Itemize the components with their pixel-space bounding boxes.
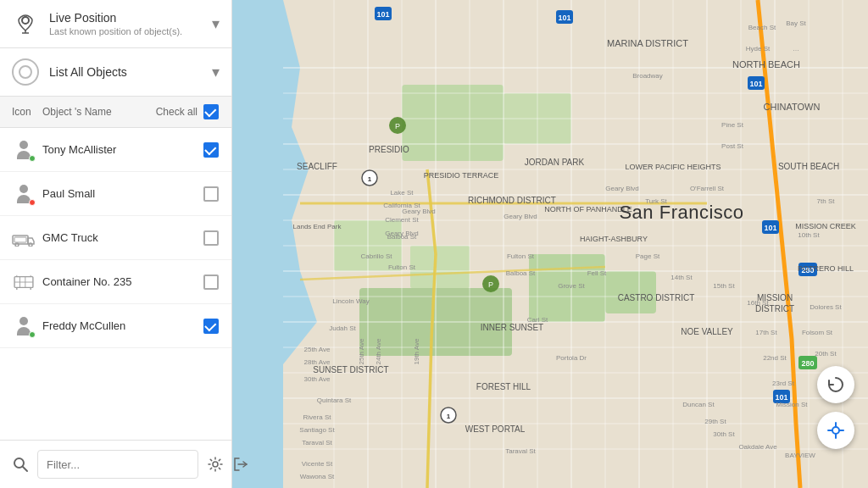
svg-point-164 <box>832 427 839 434</box>
person-icon-freddy <box>12 314 36 338</box>
live-position-text: Live Position Last known position of obj… <box>49 11 212 36</box>
live-position-icon <box>12 10 39 37</box>
svg-text:15th St: 15th St <box>713 282 735 290</box>
svg-text:California St: California St <box>383 202 420 209</box>
person-icon-tony <box>12 138 36 162</box>
checkbox-container-unchecked <box>203 274 219 290</box>
checkbox-paul[interactable] <box>203 186 220 202</box>
svg-point-6 <box>29 243 32 247</box>
svg-text:Vicente St: Vicente St <box>302 460 333 468</box>
search-button[interactable] <box>12 449 29 480</box>
svg-text:Broadway: Broadway <box>632 72 663 80</box>
svg-text:Quintara St: Quintara St <box>317 396 352 404</box>
refresh-icon <box>826 375 845 394</box>
svg-point-5 <box>15 243 19 247</box>
checkall-checked-state <box>203 104 219 119</box>
filter-input[interactable] <box>37 450 198 479</box>
svg-text:RICHMOND DISTRICT: RICHMOND DISTRICT <box>468 196 556 205</box>
svg-text:Dolores St: Dolores St <box>810 303 842 311</box>
truck-icon <box>12 230 36 247</box>
svg-text:Lincoln Way: Lincoln Way <box>332 297 369 305</box>
svg-text:Clement St: Clement St <box>385 216 419 224</box>
obj-name-paul: Paul Small <box>42 187 203 200</box>
svg-text:20th St: 20th St <box>815 350 837 358</box>
svg-text:25th Ave: 25th Ave <box>304 346 331 353</box>
my-location-button[interactable] <box>817 412 854 449</box>
object-row[interactable]: Paul Small <box>0 172 231 216</box>
svg-text:280: 280 <box>801 359 814 368</box>
gear-icon <box>207 456 224 473</box>
map-area[interactable]: 101 101 101 101 101 1 1 280 280 P P MARI… <box>232 0 868 488</box>
svg-line-17 <box>23 467 27 471</box>
th-icon: Icon <box>12 106 42 118</box>
logout-button[interactable] <box>232 449 249 480</box>
obj-name-container: Container No. 235 <box>42 275 203 288</box>
obj-icon-container <box>12 274 42 291</box>
checkbox-truck[interactable] <box>203 230 220 247</box>
list-all-row[interactable]: List All Objects ▾ <box>0 48 231 97</box>
svg-text:SEACLIFF: SEACLIFF <box>297 162 337 171</box>
container-icon <box>12 274 36 291</box>
svg-text:SOUTH BEACH: SOUTH BEACH <box>778 162 839 171</box>
object-row[interactable]: Freddy McCullen <box>0 304 231 348</box>
live-position-header[interactable]: Live Position Last known position of obj… <box>0 0 231 48</box>
object-row[interactable]: GMC Truck <box>0 216 231 260</box>
svg-text:Beach St: Beach St <box>748 24 776 31</box>
object-row[interactable]: Tony McAllister <box>0 128 231 172</box>
svg-text:LOWER PACIFIC HEIGHTS: LOWER PACIFIC HEIGHTS <box>626 163 721 171</box>
map-svg: 101 101 101 101 101 1 1 280 280 P P MARI… <box>232 0 868 488</box>
svg-text:Santiago St: Santiago St <box>299 426 335 434</box>
obj-name-truck: GMC Truck <box>42 231 203 244</box>
svg-text:Post St: Post St <box>721 142 744 150</box>
checkbox-freddy[interactable] <box>203 318 220 335</box>
checkall-checkbox[interactable] <box>203 103 220 120</box>
obj-name-freddy: Freddy McCullen <box>42 319 203 332</box>
svg-text:…: … <box>793 45 799 53</box>
live-position-dropdown[interactable]: ▾ <box>212 14 220 33</box>
svg-text:101: 101 <box>558 14 570 22</box>
svg-text:SUNSET DISTRICT: SUNSET DISTRICT <box>313 365 388 374</box>
svg-text:P: P <box>395 122 400 130</box>
object-list: Tony McAllister Paul Small <box>0 128 231 440</box>
checkbox-container[interactable] <box>203 274 220 291</box>
svg-point-0 <box>22 17 29 24</box>
svg-text:Taraval St: Taraval St <box>505 447 536 455</box>
checkbox-tony[interactable] <box>203 141 220 158</box>
svg-text:San Francisco: San Francisco <box>619 202 743 223</box>
svg-text:25th Ave: 25th Ave <box>358 338 365 365</box>
obj-icon-truck <box>12 230 42 247</box>
settings-button[interactable] <box>207 449 224 480</box>
list-all-label: List All Objects <box>49 65 212 79</box>
svg-text:Fell St: Fell St <box>587 269 607 277</box>
list-all-icon <box>12 58 39 86</box>
svg-text:Fulton St: Fulton St <box>388 263 416 271</box>
svg-text:Mission St: Mission St <box>776 401 809 408</box>
list-all-dropdown[interactable]: ▾ <box>212 63 220 81</box>
th-checkall-label: Check all <box>156 106 198 118</box>
location-icon <box>826 421 845 440</box>
object-row[interactable]: Container No. 235 <box>0 260 231 304</box>
svg-text:14th St: 14th St <box>670 274 693 281</box>
svg-text:PRESIDIO TERRACE: PRESIDIO TERRACE <box>424 171 498 180</box>
svg-text:22nd St: 22nd St <box>763 354 787 362</box>
svg-text:P: P <box>488 280 493 289</box>
svg-text:Geary Blvd: Geary Blvd <box>385 230 419 237</box>
svg-text:1: 1 <box>368 175 372 183</box>
svg-text:30th Ave: 30th Ave <box>304 375 331 383</box>
svg-text:30th St: 30th St <box>713 430 735 438</box>
status-dot-red <box>29 199 36 206</box>
svg-text:1: 1 <box>447 413 451 420</box>
svg-text:CASTRO DISTRICT: CASTRO DISTRICT <box>618 293 695 302</box>
svg-text:JORDAN PARK: JORDAN PARK <box>525 158 585 167</box>
svg-text:19th Ave: 19th Ave <box>413 338 420 365</box>
status-dot-green-freddy <box>29 331 36 338</box>
svg-text:Hyde St: Hyde St <box>746 45 771 53</box>
logout-icon <box>232 456 249 473</box>
map-refresh-button[interactable] <box>817 366 854 403</box>
svg-text:29th St: 29th St <box>704 418 726 425</box>
live-position-title: Live Position <box>49 11 212 25</box>
svg-point-3 <box>19 66 31 78</box>
svg-text:Rivera St: Rivera St <box>303 413 332 421</box>
svg-text:Geary Blvd: Geary Blvd <box>504 213 537 220</box>
svg-text:Carl St: Carl St <box>527 316 548 324</box>
